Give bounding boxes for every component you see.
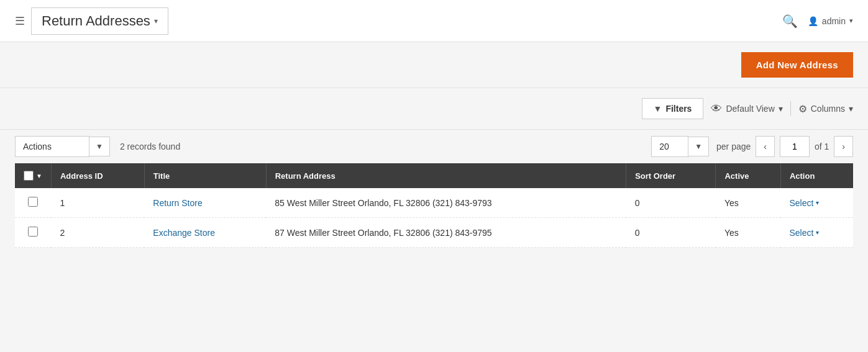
select-action-link[interactable]: Select ▾ <box>789 228 844 238</box>
row-checkbox[interactable] <box>28 197 38 207</box>
add-new-address-button[interactable]: Add New Address <box>741 52 853 78</box>
row-checkbox-cell <box>15 188 51 218</box>
view-dropdown-icon: ▾ <box>779 104 783 114</box>
title-dropdown-icon[interactable]: ▾ <box>154 17 158 25</box>
filters-label: Filters <box>665 104 692 114</box>
page-title-wrap: Return Addresses ▾ <box>31 7 168 35</box>
td-address-id: 1 <box>51 188 144 218</box>
td-action: Select ▾ <box>780 188 853 218</box>
per-page-select[interactable]: 20 <box>651 136 688 157</box>
th-active: Active <box>716 163 780 188</box>
td-active: Yes <box>716 188 780 218</box>
th-checkbox: ▼ <box>15 163 51 188</box>
columns-label: Columns <box>811 104 845 114</box>
th-return-address: Return Address <box>266 163 626 188</box>
page-of-label: of 1 <box>815 142 829 151</box>
table-container: ▼ Address ID Title Return Address Sort O… <box>0 163 868 263</box>
filter-icon: ▼ <box>654 104 662 114</box>
td-return-address: 87 West Miller Street Orlando, FL 32806 … <box>266 218 626 248</box>
table-row: 1 Return Store 85 West Miller Street Orl… <box>15 188 853 218</box>
select-label: Select <box>789 228 813 238</box>
actions-dropdown-button[interactable]: ▼ <box>89 137 110 156</box>
eye-icon: 👁 <box>711 102 722 115</box>
actions-row: Actions ▼ 2 records found 20 ▼ per page … <box>0 130 868 163</box>
th-title: Title <box>144 163 266 188</box>
page-title: Return Addresses <box>42 13 150 29</box>
admin-label: admin <box>822 16 846 26</box>
hamburger-icon[interactable]: ☰ <box>15 14 25 28</box>
page-number-input[interactable] <box>780 136 810 157</box>
td-title: Return Store <box>144 188 266 218</box>
per-page-dropdown-button[interactable]: ▼ <box>688 137 709 156</box>
per-page-label: per page <box>716 142 751 151</box>
th-checkbox-dropdown-icon[interactable]: ▼ <box>36 173 42 179</box>
prev-page-button[interactable]: ‹ <box>756 136 775 157</box>
th-action: Action <box>780 163 853 188</box>
columns-button[interactable]: ⚙ Columns ▾ <box>798 103 853 115</box>
per-page-select-wrap: 20 ▼ <box>651 136 709 157</box>
table-body: 1 Return Store 85 West Miller Street Orl… <box>15 188 853 248</box>
admin-user-menu[interactable]: 👤 admin ▾ <box>808 16 853 26</box>
columns-dropdown-icon: ▾ <box>849 104 853 114</box>
table-header-row: ▼ Address ID Title Return Address Sort O… <box>15 163 853 188</box>
th-address-id: Address ID <box>51 163 144 188</box>
data-table: ▼ Address ID Title Return Address Sort O… <box>15 163 853 248</box>
top-header: ☰ Return Addresses ▾ 🔍 👤 admin ▾ <box>0 0 868 42</box>
search-button[interactable]: 🔍 <box>782 14 798 29</box>
next-page-button[interactable]: › <box>834 136 853 157</box>
td-title: Exchange Store <box>144 218 266 248</box>
select-action-link[interactable]: Select ▾ <box>789 198 844 208</box>
select-all-checkbox[interactable] <box>24 171 34 181</box>
table-row: 2 Exchange Store 87 West Miller Street O… <box>15 218 853 248</box>
td-action: Select ▾ <box>780 218 853 248</box>
td-return-address: 85 West Miller Street Orlando, FL 32806 … <box>266 188 626 218</box>
td-active: Yes <box>716 218 780 248</box>
select-label: Select <box>789 198 813 208</box>
td-address-id: 2 <box>51 218 144 248</box>
td-sort-order: 0 <box>626 188 716 218</box>
select-dropdown-icon: ▾ <box>816 229 819 236</box>
view-label: Default View <box>726 104 774 114</box>
default-view-button[interactable]: 👁 Default View ▾ <box>711 102 782 115</box>
actions-select-wrap: Actions ▼ <box>15 136 110 157</box>
th-sort-order: Sort Order <box>626 163 716 188</box>
row-checkbox-cell <box>15 218 51 248</box>
select-dropdown-icon: ▾ <box>816 199 819 206</box>
separator <box>790 101 791 116</box>
row-checkbox[interactable] <box>28 227 38 237</box>
header-left: ☰ Return Addresses ▾ <box>15 7 168 35</box>
user-icon: 👤 <box>808 16 818 26</box>
admin-dropdown-icon: ▾ <box>849 17 853 25</box>
gear-icon: ⚙ <box>798 103 807 115</box>
pagination-right: 20 ▼ per page ‹ of 1 › <box>651 136 853 157</box>
filters-row: ▼ Filters 👁 Default View ▾ ⚙ Columns ▾ <box>0 88 868 130</box>
records-count: 2 records found <box>120 142 641 151</box>
toolbar-area: Add New Address <box>0 42 868 88</box>
actions-select[interactable]: Actions <box>15 136 89 157</box>
filters-button[interactable]: ▼ Filters <box>642 98 704 119</box>
td-sort-order: 0 <box>626 218 716 248</box>
header-right: 🔍 👤 admin ▾ <box>782 14 853 29</box>
